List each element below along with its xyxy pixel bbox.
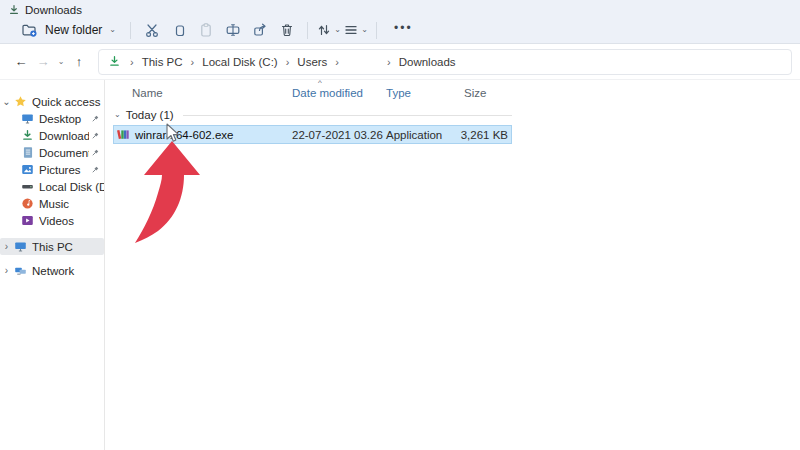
column-header-date-modified[interactable]: Date modified xyxy=(292,87,363,99)
sidebar-item-pictures[interactable]: Pictures xyxy=(0,161,104,178)
share-icon xyxy=(252,22,268,38)
desktop-icon xyxy=(20,112,35,125)
new-folder-icon xyxy=(21,22,38,38)
back-button[interactable]: ← xyxy=(10,54,32,69)
breadcrumb-separator: › xyxy=(384,56,394,68)
sidebar-item-downloads[interactable]: Downloads xyxy=(0,127,104,144)
file-list-pane: ^ Name Date modified Type Size ⌄ Today (… xyxy=(105,80,800,450)
window-tab-title: Downloads xyxy=(25,4,82,16)
chevron-down-icon: ⌄ xyxy=(109,26,116,34)
network-icon xyxy=(13,264,28,277)
group-header-today[interactable]: ⌄ Today (1) xyxy=(114,109,512,121)
breadcrumb-local-disk-c[interactable]: Local Disk (C:) xyxy=(199,56,280,68)
chevron-down-icon: ⌄ xyxy=(334,26,341,34)
toolbar-divider xyxy=(376,22,377,39)
scissors-icon xyxy=(144,22,160,38)
file-type: Application xyxy=(386,129,458,141)
sidebar-item-label: Videos xyxy=(39,215,104,227)
title-bar: Downloads xyxy=(0,0,800,16)
file-name: winrar-x64-602.exe xyxy=(135,129,233,141)
forward-button[interactable]: → xyxy=(32,54,54,69)
new-folder-button[interactable]: New folder ⌄ xyxy=(14,18,123,42)
sidebar-item-label: This PC xyxy=(32,241,104,253)
star-icon xyxy=(13,95,28,108)
group-label: Today (1) xyxy=(126,109,174,121)
sidebar-item-videos[interactable]: Videos xyxy=(0,212,104,229)
cut-button[interactable] xyxy=(138,18,165,42)
file-date-modified: 22-07-2021 03.26 xyxy=(292,129,386,141)
breadcrumb-separator: › xyxy=(332,56,342,68)
chevron-down-icon[interactable]: ⌄ xyxy=(114,111,121,119)
sidebar-item-label: Local Disk (D:) xyxy=(39,181,104,193)
group-divider-line xyxy=(183,115,512,116)
rename-button[interactable] xyxy=(219,18,246,42)
sidebar-item-label: Desktop xyxy=(39,113,89,125)
sort-ascending-caret-icon: ^ xyxy=(318,78,322,87)
copy-button[interactable] xyxy=(165,18,192,42)
drive-icon xyxy=(20,180,35,193)
download-icon xyxy=(20,129,35,142)
winrar-file-icon xyxy=(117,128,130,141)
rename-icon xyxy=(225,22,241,38)
command-bar: New folder ⌄ ⌄ ⌄ xyxy=(0,17,800,43)
sidebar-item-label: Network xyxy=(32,265,104,277)
up-button[interactable]: ↑ xyxy=(68,54,90,69)
chevron-right-icon[interactable]: › xyxy=(0,265,13,276)
pin-icon xyxy=(89,132,100,140)
file-size: 3,261 KB xyxy=(458,129,511,141)
breadcrumb-separator: › xyxy=(283,56,293,68)
sidebar-item-label: Music xyxy=(39,198,104,210)
sidebar-item-label: Downloads xyxy=(39,130,89,142)
chevron-down-icon[interactable]: ⌄ xyxy=(0,96,13,107)
sort-icon xyxy=(316,22,332,38)
sidebar-item-quick-access[interactable]: ⌄ Quick access xyxy=(0,93,104,110)
column-header-name[interactable]: Name xyxy=(132,87,163,99)
navigation-bar: ← → ⌄ ↑ › This PC › Local Disk (C:) › Us… xyxy=(0,44,800,80)
pictures-icon xyxy=(20,163,35,176)
sidebar-item-label: Pictures xyxy=(39,164,89,176)
music-icon xyxy=(20,197,35,210)
document-icon xyxy=(20,146,35,159)
toolbar-divider xyxy=(307,22,308,39)
sort-button[interactable]: ⌄ xyxy=(315,18,342,42)
paste-icon xyxy=(198,22,214,38)
chevron-down-icon: ⌄ xyxy=(361,26,368,34)
sidebar-item-label: Quick access xyxy=(32,96,104,108)
breadcrumb-separator: › xyxy=(127,56,137,68)
paste-button[interactable] xyxy=(192,18,219,42)
new-folder-label: New folder xyxy=(45,23,102,37)
more-options-button[interactable]: ••• xyxy=(384,21,419,39)
sidebar-item-this-pc[interactable]: › This PC xyxy=(0,238,104,255)
delete-button[interactable] xyxy=(273,18,300,42)
sidebar-item-music[interactable]: Music xyxy=(0,195,104,212)
explorer-main: ⌄ Quick access Desktop Downloads xyxy=(0,80,800,450)
share-button[interactable] xyxy=(246,18,273,42)
sidebar-item-local-disk-d[interactable]: Local Disk (D:) xyxy=(0,178,104,195)
breadcrumb-this-pc[interactable]: This PC xyxy=(139,56,186,68)
copy-icon xyxy=(171,22,187,38)
column-headers: ^ Name Date modified Type Size xyxy=(105,83,800,103)
breadcrumb-users[interactable]: Users xyxy=(294,56,330,68)
pin-icon xyxy=(89,149,100,157)
downloads-tab-icon xyxy=(8,4,20,16)
breadcrumb-separator: › xyxy=(188,56,198,68)
trash-icon xyxy=(279,22,295,38)
sidebar-item-network[interactable]: › Network xyxy=(0,262,104,279)
breadcrumb-downloads[interactable]: Downloads xyxy=(396,56,459,68)
sidebar-item-desktop[interactable]: Desktop xyxy=(0,110,104,127)
address-bar[interactable]: › This PC › Local Disk (C:) › Users › › … xyxy=(98,49,792,75)
column-header-type[interactable]: Type xyxy=(386,87,411,99)
column-header-size[interactable]: Size xyxy=(464,87,486,99)
view-button[interactable]: ⌄ xyxy=(342,18,369,42)
chevron-right-icon[interactable]: › xyxy=(0,241,13,252)
view-list-icon xyxy=(343,22,359,38)
recent-locations-chevron-icon[interactable]: ⌄ xyxy=(54,57,68,66)
file-row-winrar-exe[interactable]: winrar-x64-602.exe 22-07-2021 03.26 Appl… xyxy=(114,126,511,143)
pin-icon xyxy=(89,166,100,174)
window-chrome: Downloads New folder ⌄ xyxy=(0,0,800,44)
videos-icon xyxy=(20,214,35,227)
pin-icon xyxy=(89,115,100,123)
location-download-icon xyxy=(108,55,121,68)
toolbar-divider xyxy=(130,22,131,39)
sidebar-item-documents[interactable]: Documents xyxy=(0,144,104,161)
